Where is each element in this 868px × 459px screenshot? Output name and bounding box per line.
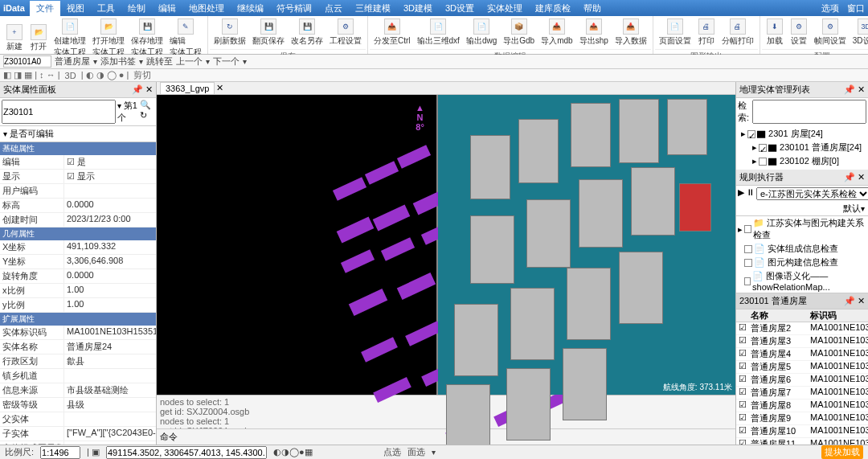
ribbon-翻页保存[interactable]: 💾翻页保存 (250, 18, 287, 47)
rule-item[interactable]: ▸ 📁 江苏实体与图元构建关系检查 (736, 216, 868, 242)
building-2d[interactable] (405, 321, 442, 346)
building-3d[interactable] (679, 183, 711, 232)
panel-pin-icon[interactable]: 📌 ✕ (132, 84, 153, 95)
prop-row[interactable]: x比例1.00 (0, 284, 156, 298)
prop-row[interactable]: 创建时间2023/12/23 0:00 (0, 213, 156, 227)
menu-7[interactable]: 符号精调 (270, 1, 318, 16)
prev-btn[interactable]: 上一个 (176, 55, 203, 68)
ribbon-分幅打印[interactable]: 🖨分幅打印 (719, 18, 756, 47)
rule-item[interactable]: 📄 实体组成信息检查 (736, 242, 868, 256)
view-2d[interactable]: ▲N8° (157, 95, 438, 395)
building-3d[interactable] (667, 99, 707, 155)
prop-row[interactable]: 旋转角度0.0000 (0, 269, 156, 284)
prop-row[interactable]: Y坐标3,306,646.908 (0, 255, 156, 269)
ribbon-分发至Ctrl[interactable]: 📤分发至Ctrl (371, 18, 413, 47)
cut-btn[interactable]: 剪切 (133, 69, 151, 81)
building-3d[interactable] (563, 348, 607, 420)
building-3d[interactable] (510, 288, 555, 360)
prop-row[interactable]: 实体标识码MA1001NE103H15351422... (0, 326, 156, 340)
menu-0[interactable]: 文件 (30, 1, 60, 16)
next-btn[interactable]: 下一个 (213, 55, 240, 68)
menu-1[interactable]: 视图 (60, 1, 91, 16)
ribbon-新建[interactable]: +新建 (3, 23, 26, 53)
menu-5[interactable]: 地图处理 (182, 1, 231, 16)
pt-select[interactable]: 点选 (383, 446, 401, 458)
ribbon-设置[interactable]: ⚙设置 (788, 18, 810, 47)
prop-row[interactable]: 子实体["FW_A"]["{3C2043E0-2897-... (0, 427, 156, 441)
prop-row[interactable]: y比例1.00 (0, 298, 156, 313)
prop-row[interactable]: 镇乡机道 (0, 369, 156, 383)
building-3d[interactable] (470, 135, 510, 199)
building-2d[interactable] (349, 289, 387, 316)
prop-row[interactable]: 父实体 (0, 412, 156, 427)
building-3d[interactable] (631, 167, 675, 236)
bookmark-dd[interactable]: 添加书签 (100, 55, 136, 68)
prop-row[interactable]: 密级等级县级 (0, 398, 156, 412)
prop-row[interactable]: 行政区划歙县 (0, 354, 156, 369)
panel-controls[interactable]: 📌 ✕ (844, 84, 865, 95)
view-tab[interactable]: 3363_Lgvp (160, 82, 215, 95)
rule-select[interactable]: e-江苏图元实体关系检检 (756, 187, 868, 200)
prop-row[interactable]: 标高0.0000 (0, 199, 156, 213)
table-row[interactable]: ☑普通房屋3MA1001NE103H1535... (736, 335, 868, 348)
ribbon-保存地理
实体工程[interactable]: 💾保存地理实体工程 (129, 18, 166, 59)
refresh-icon[interactable]: 🔍 ↻ (140, 100, 155, 124)
rule-run-icon[interactable]: ▶ (738, 187, 744, 200)
building-3d[interactable] (506, 368, 551, 441)
rule-item[interactable]: 📄 图像语义化——showRelationMap... (736, 269, 868, 293)
ribbon-工程设置[interactable]: ⚙工程设置 (327, 18, 364, 47)
ribbon-导入数据[interactable]: 📥导入数据 (612, 18, 649, 47)
table-row[interactable]: ☑普通房屋8MA1001NE103H1535... (736, 400, 868, 412)
cap-select[interactable]: 面选 (407, 446, 425, 458)
rule-default[interactable]: 默认 (843, 203, 861, 213)
rule-item[interactable]: 📄 图元构建信息检查 (736, 256, 868, 269)
building-2d[interactable] (337, 216, 375, 243)
building-3d[interactable] (526, 199, 571, 268)
menu-10[interactable]: 3D建模 (397, 1, 439, 16)
building-3d[interactable] (619, 99, 659, 163)
ribbon-导出Gdb[interactable]: 📦导出Gdb (501, 18, 537, 47)
building-3d[interactable] (518, 119, 559, 183)
ribbon-导出shp[interactable]: 📤导出shp (577, 18, 611, 47)
table-row[interactable]: ☑普通房屋11MA1001NE103H1535... (736, 438, 868, 445)
building-3d[interactable] (446, 384, 490, 445)
table-row[interactable]: ☑普通房屋10MA1001NE103H1535... (736, 425, 868, 438)
building-3d[interactable] (579, 179, 623, 248)
table-row[interactable]: ☑普通房屋5MA1001NE103H1535... (736, 361, 868, 374)
building-2d[interactable] (333, 177, 366, 201)
prop-row[interactable]: 显示☑ 显示 (0, 170, 156, 184)
building-2d[interactable] (381, 237, 415, 261)
ribbon-创建地理
实体工程[interactable]: 📄创建地理实体工程 (51, 18, 88, 59)
tab-close-icon[interactable]: ✕ (216, 83, 223, 93)
menu-6[interactable]: 继续编 (231, 1, 270, 16)
prop-row[interactable]: 编辑☑ 是 (0, 155, 156, 170)
ribbon-页面设置[interactable]: 📄页面设置 (657, 18, 694, 47)
ribbon-刷新数据[interactable]: ↻刷新数据 (211, 18, 248, 47)
load-status[interactable]: 提块加载 (821, 445, 863, 459)
layer-code-input[interactable] (3, 55, 51, 68)
menu-12[interactable]: 实体处理 (481, 1, 529, 16)
ribbon-加载[interactable]: ⬇加载 (764, 18, 786, 47)
prop-row[interactable]: 信息来源市县级基础测绘 (0, 383, 156, 398)
col-code[interactable]: 标识码 (809, 309, 868, 322)
coords-display[interactable] (106, 446, 267, 459)
building-3d[interactable] (567, 268, 611, 340)
ribbon-打印[interactable]: 🖨打印 (695, 18, 718, 47)
menu-11[interactable]: 3D设置 (439, 1, 481, 16)
menu-9[interactable]: 三维建模 (349, 1, 397, 16)
tree-item[interactable]: ▸ ▇ 230102 棚房[0] (738, 154, 866, 168)
ribbon-输出三维dxf[interactable]: 📄输出三维dxf (415, 18, 462, 47)
building-2d[interactable] (341, 249, 375, 273)
menu-4[interactable]: 编辑 (152, 1, 182, 16)
menu-8[interactable]: 点云 (318, 1, 349, 16)
building-2d[interactable] (373, 204, 411, 231)
col-name[interactable]: 名称 (749, 309, 809, 322)
prop-row[interactable]: 实体名称普通房屋24 (0, 340, 156, 354)
prop-row[interactable]: 用户编码 (0, 184, 156, 199)
building-2d[interactable] (397, 273, 436, 300)
menu-2[interactable]: 工具 (91, 1, 121, 16)
window-menu[interactable]: 窗口 (847, 2, 865, 14)
table-row[interactable]: ☑普通房屋2MA1001NE103H1535... (736, 322, 868, 335)
table-row[interactable]: ☑普通房屋7MA1001NE103H1535... (736, 387, 868, 400)
view-3d[interactable]: 航线角度: 373.11米 (438, 95, 735, 395)
